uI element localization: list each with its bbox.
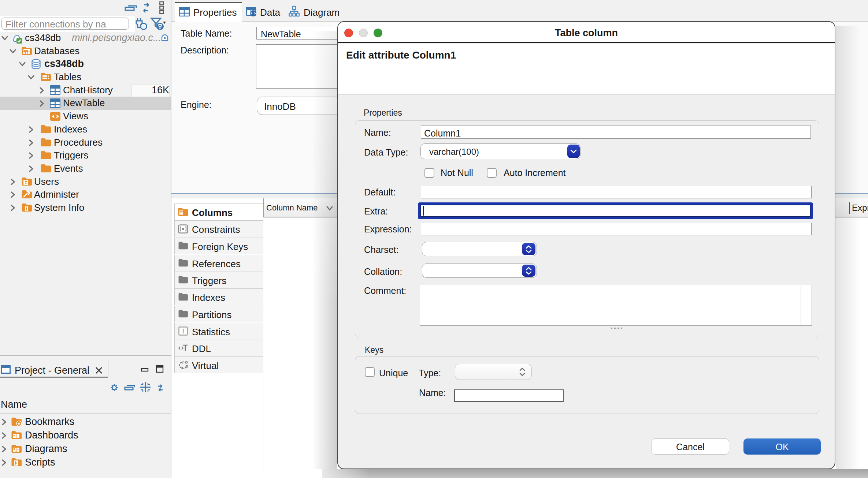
svg-text:i: i (182, 328, 184, 335)
